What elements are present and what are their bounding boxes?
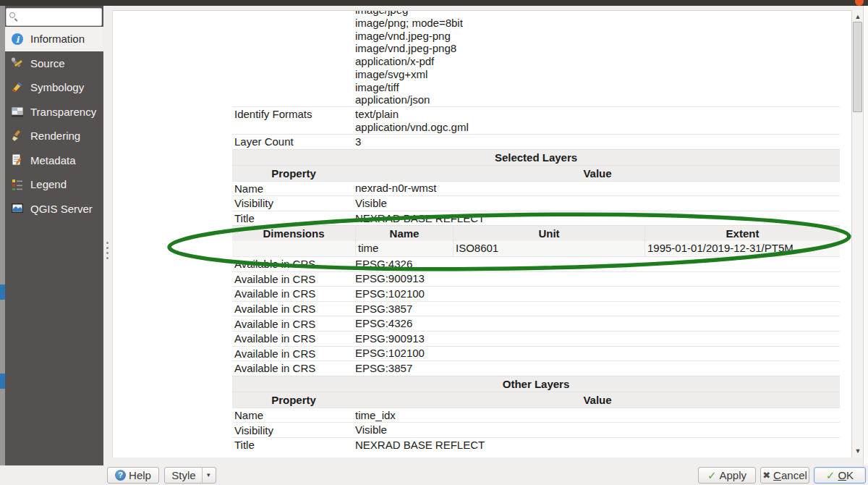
empty-cell (232, 241, 355, 256)
sidebar-item-label: Symbology (30, 81, 84, 93)
format-line: image/svg+xml (232, 68, 840, 81)
sidebar-item-legend[interactable]: Legend (5, 172, 103, 197)
sidebar-search[interactable] (6, 8, 102, 26)
property-header: Property (232, 166, 355, 181)
value-cell: EPSG:3857 (355, 303, 840, 316)
help-icon: ? (115, 470, 126, 481)
value-line: 3 (355, 135, 840, 148)
sidebar-item-qgis-server[interactable]: QGIS Server (5, 197, 103, 222)
table-row: Available in CRSEPSG:3857 (232, 360, 840, 376)
legend-icon (11, 178, 24, 191)
property-cell: Available in CRS (232, 273, 355, 285)
layer-info-table: image/jpegimage/png; mode=8bitimage/vnd.… (232, 10, 840, 452)
sidebar-item-information[interactable]: iInformation (5, 27, 103, 51)
value-cell: EPSG:4326 (355, 317, 840, 330)
value-cell: EPSG:4326 (355, 258, 840, 271)
help-button-label: Help (129, 469, 151, 481)
table-row: Available in CRSEPSG:900913 (232, 271, 840, 287)
scroll-down-icon[interactable]: ▼ (854, 447, 862, 455)
apply-button-label: Apply (720, 469, 747, 481)
table-row: VisibilityVisible (232, 195, 840, 211)
check-icon: ✓ (707, 469, 717, 482)
apply-button[interactable]: ✓ Apply (698, 467, 756, 484)
table-row: Available in CRSEPSG:102100 (232, 286, 840, 301)
sidebar-item-metadata[interactable]: Metadata (5, 148, 103, 173)
value-cell: Visible (355, 423, 840, 436)
sidebar-item-label: Information (30, 33, 85, 45)
column-header-row: PropertyValue (232, 392, 840, 408)
dimension-name-header: Name (355, 226, 453, 241)
format-line: image/png; mode=8bit (232, 17, 840, 30)
dialog-button-bar: ? Help Style ▼ ✓ Apply ✖ Cancel ✓ OK (0, 465, 868, 485)
value-cell: text/plainapplication/vnd.ogc.gml (355, 107, 840, 134)
scroll-up-icon[interactable]: ▲ (854, 12, 862, 21)
dimensions-label: Dimensions (232, 226, 355, 241)
value-cell: Visible (355, 197, 840, 210)
sidebar-item-label: QGIS Server (30, 203, 93, 215)
property-cell: Layer Count (232, 135, 355, 148)
background-panel-strip (0, 6, 5, 485)
dimension-name-cell: time (355, 241, 453, 256)
chevron-down-icon[interactable]: ▼ (202, 468, 215, 483)
table-row: TitleNEXRAD BASE REFLECT (232, 211, 840, 226)
sidebar-item-transparency[interactable]: Transparency (5, 100, 103, 125)
splitter-handle[interactable] (105, 239, 109, 261)
value-cell: nexrad-n0r-wmst (355, 182, 840, 195)
dimensions-value-row: timeISO86011995-01-01/2019-12-31/PT5M (232, 241, 840, 256)
sidebar-item-label: Transparency (30, 106, 96, 118)
help-button[interactable]: ? Help (107, 467, 159, 484)
property-cell: Visibility (232, 424, 355, 436)
ok-button[interactable]: ✓ OK (814, 467, 866, 484)
format-line: application/x-pdf (232, 55, 840, 68)
value-cell: time_idx (355, 409, 840, 422)
value-cell: EPSG:102100 (355, 347, 840, 360)
table-row: TitleNEXRAD BASE REFLECT (232, 437, 840, 452)
vertical-scrollbar[interactable]: ▲ ▼ (851, 10, 863, 457)
qgis-server-icon (11, 202, 24, 215)
rendering-icon (11, 130, 24, 143)
property-cell: Available in CRS (232, 347, 355, 360)
value-header: Value (355, 392, 840, 408)
value-cell: 3 (355, 135, 840, 148)
sidebar-item-label: Metadata (30, 154, 76, 166)
property-cell: Available in CRS (232, 318, 355, 330)
section-header: Other Layers (232, 376, 840, 392)
property-cell: Available in CRS (232, 287, 355, 300)
sidebar-item-symbology[interactable]: Symbology (5, 75, 103, 100)
column-header-row: PropertyValue (232, 165, 840, 181)
window-right-edge (863, 6, 868, 485)
search-input[interactable] (22, 11, 94, 24)
information-panel: image/jpegimage/png; mode=8bitimage/vnd.… (112, 10, 851, 457)
value-cell: EPSG:900913 (355, 272, 840, 285)
window-titlebar (0, 0, 868, 6)
selection-marker (0, 374, 5, 389)
property-cell: Name (232, 182, 355, 195)
table-row: Available in CRSEPSG:4326 (232, 256, 840, 271)
table-row: Available in CRSEPSG:900913 (232, 331, 840, 346)
selection-marker (0, 284, 5, 300)
sidebar-item-rendering[interactable]: Rendering (5, 124, 103, 148)
property-cell: Name (232, 409, 355, 421)
dimension-extent-cell: 1995-01-01/2019-12-31/PT5M (644, 241, 840, 256)
dimension-unit-cell: ISO8601 (453, 241, 644, 256)
table-row: Layer Count3 (232, 134, 840, 149)
window-close-icon[interactable] (855, 0, 864, 6)
cancel-button[interactable]: ✖ Cancel (760, 467, 809, 484)
scrollbar-thumb[interactable] (853, 22, 862, 112)
property-cell: Available in CRS (232, 362, 355, 374)
table-row: Available in CRSEPSG:102100 (232, 346, 840, 361)
info-icon: i (11, 33, 24, 46)
cancel-button-label: Cancel (773, 469, 807, 481)
dimension-extent-header: Extent (644, 226, 840, 241)
property-cell: Visibility (232, 197, 355, 209)
value-cell: EPSG:102100 (355, 287, 840, 300)
table-row: Identify Formatstext/plainapplication/vn… (232, 106, 840, 134)
value-cell: EPSG:3857 (355, 362, 840, 375)
metadata-icon (11, 153, 24, 166)
property-cell: Available in CRS (232, 303, 355, 315)
style-dropdown-button[interactable]: Style ▼ (164, 467, 216, 484)
ok-button-label: OK (838, 469, 854, 481)
format-line: image/jpeg (232, 10, 840, 17)
table-row: Available in CRSEPSG:4326 (232, 316, 840, 331)
sidebar-item-source[interactable]: Source (5, 51, 103, 76)
